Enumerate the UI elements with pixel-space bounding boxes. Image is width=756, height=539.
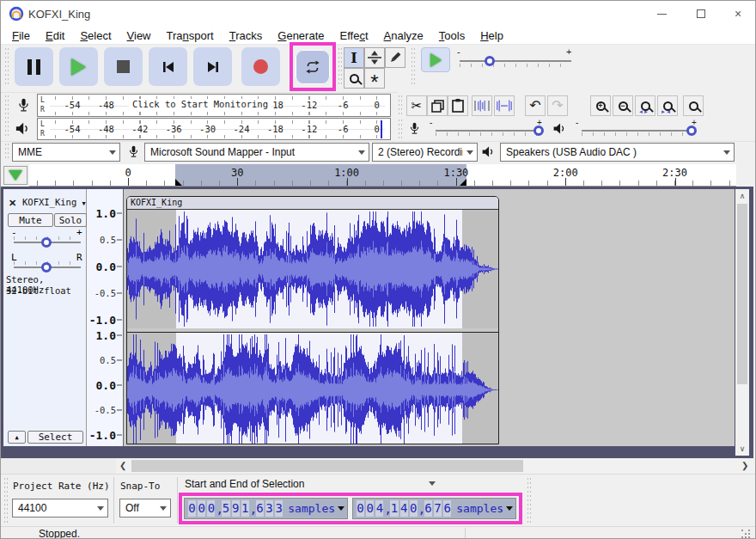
- recording-meter[interactable]: L R Click to Start Monitoring -54-48-42-…: [37, 94, 391, 117]
- menu-view[interactable]: View: [119, 29, 159, 42]
- transport-toolbar-grip[interactable]: [5, 48, 9, 86]
- timeline-label: 0: [125, 167, 131, 179]
- pause-button[interactable]: [15, 47, 53, 86]
- edit-toolbar-grip[interactable]: [399, 95, 402, 116]
- zoom-in-button[interactable]: +: [590, 95, 611, 116]
- menu-tracks[interactable]: Tracks: [222, 29, 271, 42]
- recording-volume-slider[interactable]: [436, 130, 540, 132]
- vertical-scrollbar-thumb[interactable]: [737, 204, 747, 384]
- menu-select[interactable]: Select: [72, 29, 119, 42]
- resize-grip[interactable]: [741, 530, 743, 531]
- menu-transport[interactable]: Transport: [159, 29, 222, 42]
- device-toolbar-grip[interactable]: [5, 144, 9, 161]
- record-meter-mic-button[interactable]: [12, 95, 34, 116]
- zoom-tool-button[interactable]: [344, 68, 364, 89]
- recording-channels-combo[interactable]: 2 (Stereo) Recording Chann: [372, 143, 478, 162]
- paste-button[interactable]: [448, 95, 468, 116]
- waveform-channel-left[interactable]: [127, 210, 498, 328]
- timeline-ruler[interactable]: 0301:001:302:002:30: [29, 164, 736, 187]
- speed-slider-thumb[interactable]: [485, 56, 495, 66]
- recording-volume-thumb[interactable]: [533, 126, 544, 136]
- zoom-toggle-button[interactable]: [683, 95, 704, 116]
- play-meter-speaker-button[interactable]: [10, 118, 34, 139]
- silence-audio-button[interactable]: [494, 95, 515, 116]
- scale-value: -1.0: [89, 314, 116, 327]
- menu-help[interactable]: Help: [472, 29, 511, 42]
- waveform-channel-right[interactable]: [127, 333, 498, 444]
- close-button[interactable]: ×: [721, 1, 755, 27]
- fit-selection-button[interactable]: ◄►: [635, 95, 655, 116]
- scroll-left-icon[interactable]: ❮: [119, 461, 126, 470]
- play-at-speed-button[interactable]: [421, 47, 450, 72]
- collapse-track-button[interactable]: ▲: [8, 431, 26, 444]
- project-rate-combo[interactable]: 44100: [12, 499, 108, 518]
- monitoring-overlay-text[interactable]: Click to Start Monitoring: [129, 99, 271, 112]
- selection-mode-combo[interactable]: Start and End of Selection: [185, 478, 436, 492]
- scroll-down-icon[interactable]: ∨: [735, 444, 749, 453]
- playback-device-combo[interactable]: Speakers (USB Audio DAC ): [500, 143, 735, 162]
- zoom-out-button[interactable]: −: [613, 95, 633, 116]
- menu-file[interactable]: File: [4, 29, 38, 42]
- pan-slider-thumb[interactable]: [41, 262, 52, 273]
- timeline-pin-button[interactable]: [3, 166, 27, 185]
- recording-device-combo[interactable]: Microsoft Sound Mapper - Input: [144, 143, 369, 162]
- menu-tools[interactable]: Tools: [431, 29, 472, 42]
- audio-host-combo[interactable]: MME: [12, 143, 120, 162]
- playback-meter-right-label: R: [40, 130, 45, 138]
- multi-tool-button[interactable]: *: [364, 68, 385, 89]
- horizontal-scrollbar-thumb[interactable]: [131, 460, 523, 472]
- scroll-right-icon[interactable]: ❯: [741, 461, 748, 470]
- project-rate-label: Project Rate (Hz): [13, 481, 110, 492]
- skip-to-start-button[interactable]: [149, 47, 187, 86]
- skip-to-end-button[interactable]: [193, 47, 232, 86]
- time-toolbar-grip[interactable]: [527, 478, 531, 523]
- playback-volume-thumb[interactable]: [686, 126, 697, 136]
- stop-button[interactable]: [104, 47, 143, 86]
- snap-to-combo[interactable]: Off: [119, 499, 171, 518]
- track-title[interactable]: KOFXI_King ▼: [22, 197, 86, 207]
- chevron-down-icon: [160, 506, 167, 511]
- solo-button[interactable]: Solo: [54, 213, 87, 227]
- menu-analyze[interactable]: Analyze: [376, 29, 431, 42]
- draw-tool-button[interactable]: [385, 47, 405, 68]
- tools-toolbar-grip[interactable]: [338, 48, 342, 86]
- playback-meter-scale-number: -24: [234, 124, 250, 134]
- redo-button[interactable]: ↷: [547, 95, 568, 116]
- track-select-button[interactable]: Select: [27, 431, 83, 444]
- trim-audio-button[interactable]: [472, 95, 492, 116]
- clip-title-bar[interactable]: KOFXI_King: [127, 197, 498, 210]
- meter-toolbar-grip[interactable]: [5, 95, 9, 137]
- play-at-speed-grip[interactable]: [412, 48, 415, 86]
- gain-slider-thumb[interactable]: [41, 237, 52, 248]
- recording-meter-scale-number: -12: [301, 100, 317, 110]
- play-button[interactable]: [59, 47, 98, 86]
- scroll-up-icon[interactable]: ∧: [735, 192, 749, 200]
- audio-clip[interactable]: KOFXI_King: [126, 196, 499, 444]
- horizontal-scrollbar[interactable]: ❮ ❯: [1, 458, 753, 474]
- record-button[interactable]: [241, 47, 280, 86]
- playback-meter-scale-number: -54: [64, 124, 81, 134]
- vertical-scrollbar[interactable]: ∧ ∨: [735, 189, 749, 456]
- cut-button[interactable]: ✂: [406, 95, 427, 116]
- timeline-label: 1:30: [443, 167, 468, 179]
- envelope-tool-button[interactable]: [364, 47, 385, 68]
- selection-tool-button[interactable]: I: [344, 47, 364, 68]
- mute-button[interactable]: Mute: [8, 213, 53, 227]
- loop-highlight-annotation: [290, 42, 336, 91]
- speed-slider-track[interactable]: [460, 60, 571, 62]
- maximize-button[interactable]: [681, 1, 721, 27]
- mixer-toolbar-grip[interactable]: [399, 119, 402, 138]
- menu-generate[interactable]: Generate: [270, 29, 332, 42]
- copy-button[interactable]: [427, 95, 448, 116]
- selection-toolbar-grip[interactable]: [4, 478, 8, 523]
- minimize-button[interactable]: [642, 1, 681, 27]
- undo-button[interactable]: ↶: [525, 95, 546, 116]
- track-close-icon[interactable]: ✕: [9, 198, 16, 209]
- playback-volume-slider[interactable]: [582, 130, 693, 132]
- menu-edit[interactable]: Edit: [38, 29, 72, 42]
- playback-meter[interactable]: L R -54-48-42-36-30-24-18-12-60: [37, 118, 391, 140]
- waveform-zone[interactable]: KOFXI_King: [124, 189, 735, 446]
- vertical-scale-ruler[interactable]: 1.00.50.0-0.5-1.01.00.50.0-0.5-1.0: [87, 189, 124, 446]
- menu-effect[interactable]: Effect: [332, 29, 376, 42]
- fit-project-button[interactable]: ►◄: [657, 95, 678, 116]
